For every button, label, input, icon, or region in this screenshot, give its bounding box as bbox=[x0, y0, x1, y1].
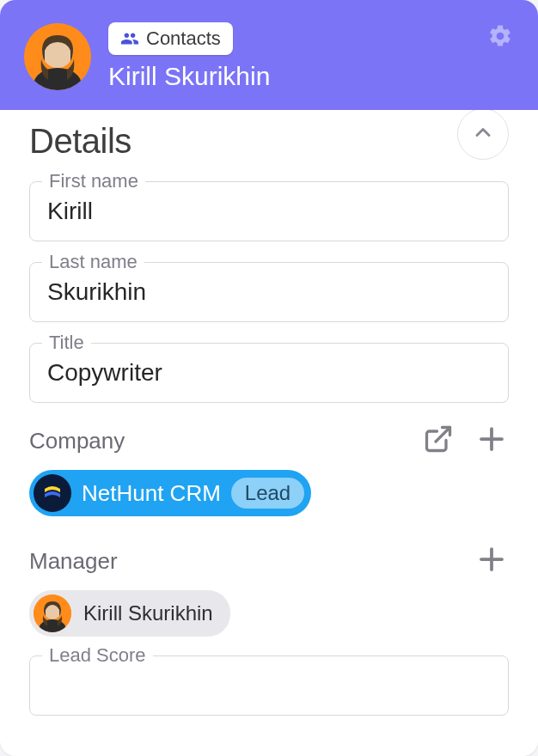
company-logo bbox=[34, 474, 71, 512]
add-company-button[interactable] bbox=[474, 424, 509, 458]
manager-row-header: Manager bbox=[29, 544, 509, 578]
open-company-button[interactable] bbox=[421, 424, 455, 458]
chevron-up-icon bbox=[471, 120, 495, 148]
settings-button[interactable] bbox=[485, 22, 516, 53]
contact-avatar[interactable] bbox=[24, 23, 91, 90]
details-title: Details bbox=[29, 122, 131, 161]
add-manager-button[interactable] bbox=[474, 544, 509, 578]
title-field[interactable]: Title bbox=[29, 343, 509, 403]
details-section-header: Details bbox=[29, 122, 509, 161]
header-text-block: Contacts Kirill Skurikhin bbox=[108, 22, 270, 91]
title-label: Title bbox=[42, 332, 91, 354]
people-icon bbox=[120, 29, 139, 48]
folder-badge-label: Contacts bbox=[146, 27, 221, 50]
first-name-label: First name bbox=[42, 170, 145, 192]
company-name: NetHunt CRM bbox=[82, 480, 221, 507]
first-name-input[interactable] bbox=[47, 198, 491, 225]
lead-score-field[interactable]: Lead Score bbox=[29, 655, 509, 716]
company-chip[interactable]: NetHunt CRM Lead bbox=[29, 470, 311, 516]
manager-avatar bbox=[34, 594, 71, 632]
title-input[interactable] bbox=[47, 359, 491, 387]
last-name-label: Last name bbox=[42, 251, 144, 273]
gear-icon bbox=[487, 23, 513, 52]
folder-badge[interactable]: Contacts bbox=[108, 22, 233, 55]
company-row-header: Company bbox=[29, 424, 509, 458]
manager-name: Kirill Skurikhin bbox=[83, 601, 213, 625]
manager-label: Manager bbox=[29, 548, 118, 575]
last-name-field[interactable]: Last name bbox=[29, 262, 509, 322]
manager-actions bbox=[474, 544, 509, 578]
lead-score-label: Lead Score bbox=[42, 644, 153, 667]
collapse-button[interactable] bbox=[457, 108, 509, 160]
manager-chip[interactable]: Kirill Skurikhin bbox=[29, 590, 230, 637]
plus-icon bbox=[476, 424, 507, 458]
lead-score-input[interactable] bbox=[47, 672, 491, 699]
open-in-new-icon bbox=[423, 424, 454, 458]
company-actions bbox=[421, 424, 509, 458]
contact-panel: Contacts Kirill Skurikhin Details First … bbox=[0, 0, 538, 756]
company-label: Company bbox=[29, 428, 125, 454]
last-name-input[interactable] bbox=[47, 278, 491, 306]
panel-header: Contacts Kirill Skurikhin bbox=[0, 0, 538, 110]
contact-name: Kirill Skurikhin bbox=[108, 62, 270, 91]
company-status: Lead bbox=[231, 478, 304, 509]
first-name-field[interactable]: First name bbox=[29, 181, 509, 241]
panel-body: Details First name Last name Title Compa… bbox=[0, 110, 538, 716]
svg-line-3 bbox=[436, 428, 450, 442]
plus-icon bbox=[476, 544, 507, 578]
